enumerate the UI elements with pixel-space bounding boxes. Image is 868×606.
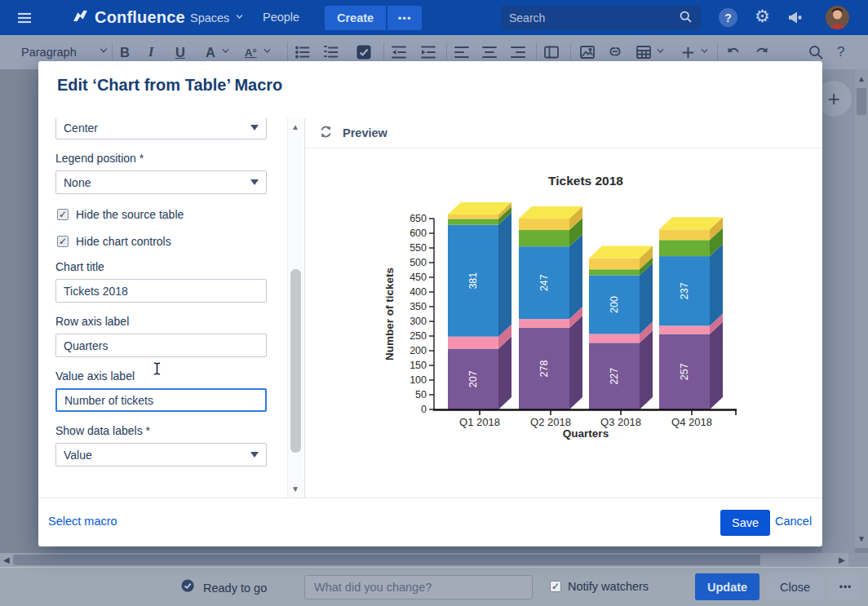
text-color-button[interactable]: A: [206, 45, 215, 60]
draft-status: Ready to go: [181, 579, 267, 596]
horizontal-scroll-thumb[interactable]: [13, 555, 760, 565]
select-macro-link[interactable]: Select macro: [48, 515, 117, 528]
brand-name: Confluence: [95, 8, 185, 27]
bold-button[interactable]: B: [120, 45, 130, 60]
nav-spaces[interactable]: Spaces: [190, 11, 245, 25]
alignment-select[interactable]: Center: [55, 118, 267, 139]
chevron-down-icon: [234, 11, 245, 25]
svg-text:350: 350: [410, 301, 427, 312]
notify-watchers-checkbox[interactable]: ✓: [550, 581, 561, 592]
svg-text:600: 600: [410, 228, 427, 239]
toolbar-separator: [717, 42, 718, 62]
editor-status-bar: Ready to go ✓ Notify watchers Update Clo…: [0, 567, 868, 606]
chart-title-input-wrap: [55, 279, 267, 303]
svg-text:237: 237: [679, 282, 690, 299]
svg-text:550: 550: [410, 242, 427, 254]
hide-source-table-checkbox[interactable]: ✓: [57, 209, 69, 220]
user-avatar[interactable]: [826, 6, 849, 29]
svg-text:Q3 2018: Q3 2018: [600, 416, 641, 428]
search-icon: [679, 10, 693, 27]
create-button[interactable]: Create: [325, 6, 386, 30]
update-button[interactable]: Update: [695, 573, 760, 600]
help-button[interactable]: ?: [719, 8, 737, 27]
toolbar-separator: [383, 42, 384, 62]
toolbar-separator: [112, 42, 113, 62]
chart-title-input[interactable]: [64, 285, 259, 298]
show-data-labels-label: Show data labels *: [55, 424, 287, 437]
svg-text:200: 200: [609, 296, 620, 313]
select-arrow-icon: [250, 125, 259, 130]
vertical-scroll-thumb[interactable]: [857, 88, 866, 115]
scroll-up-icon[interactable]: ▲: [857, 74, 866, 83]
form-scrollbar[interactable]: ▲ ▼: [287, 118, 303, 498]
scroll-left-icon[interactable]: ◀: [3, 555, 10, 564]
hide-chart-controls-row: ✓ Hide chart controls: [57, 235, 287, 248]
chart-preview: Tickets 2018Number of ticketsQuarters050…: [306, 118, 822, 498]
toolbar-item[interactable]: ?: [837, 35, 844, 69]
select-arrow-icon: [250, 452, 259, 458]
create-button-group: Create •••: [325, 6, 422, 30]
svg-text:300: 300: [410, 316, 427, 327]
scroll-up-icon[interactable]: ▲: [291, 122, 299, 131]
cancel-link[interactable]: Cancel: [775, 515, 812, 528]
italic-button[interactable]: I: [148, 44, 153, 60]
form-scroll-thumb[interactable]: [290, 269, 301, 453]
paragraph-style-select[interactable]: Paragraph: [21, 46, 77, 59]
search-placeholder: Search: [509, 11, 679, 24]
svg-text:500: 500: [410, 257, 427, 268]
svg-text:100: 100: [410, 374, 427, 386]
dialog-body: Center Legend position * None ✓ Hide the…: [38, 118, 822, 498]
svg-text:381: 381: [467, 272, 479, 290]
svg-text:650: 650: [410, 213, 427, 224]
svg-text:400: 400: [410, 286, 427, 298]
show-data-labels-select[interactable]: Value: [55, 443, 267, 467]
page-vertical-scrollbar[interactable]: ▲ ▼: [855, 69, 868, 548]
svg-text:Q4 2018: Q4 2018: [671, 416, 712, 428]
confluence-logo[interactable]: Confluence: [72, 7, 185, 28]
version-comment-input[interactable]: [304, 575, 533, 599]
macro-parameters-form: Center Legend position * None ✓ Hide the…: [38, 118, 287, 498]
value-axis-input[interactable]: [64, 394, 258, 407]
scroll-right-icon[interactable]: ▶: [839, 555, 845, 564]
nav-people[interactable]: People: [263, 11, 299, 24]
highlight-color-button[interactable]: A°: [245, 46, 257, 59]
select-arrow-icon: [250, 179, 259, 185]
svg-text:250: 250: [410, 330, 427, 342]
hamburger-menu-icon[interactable]: [16, 10, 33, 29]
macro-preview-panel: Preview Tickets 2018Number of ticketsQua…: [304, 118, 822, 498]
row-axis-input[interactable]: [64, 339, 259, 352]
toolbar-separator: [570, 42, 571, 62]
svg-text:227: 227: [609, 368, 620, 385]
page-horizontal-scrollbar[interactable]: ◀ ▶: [0, 553, 868, 567]
svg-text:50: 50: [415, 389, 427, 400]
more-options-button[interactable]: •••: [830, 573, 861, 600]
save-button[interactable]: Save: [720, 510, 770, 536]
svg-text:Q2 2018: Q2 2018: [530, 416, 571, 428]
scrollbar-corner: [848, 553, 868, 567]
hide-chart-controls-checkbox[interactable]: ✓: [57, 236, 69, 247]
scroll-down-icon[interactable]: ▼: [291, 484, 299, 493]
toolbar-separator: [446, 42, 447, 62]
legend-position-label: Legend position *: [55, 152, 287, 165]
svg-text:0: 0: [421, 404, 427, 415]
confluence-logo-icon: [72, 7, 89, 28]
toolbar-separator: [287, 42, 288, 62]
legend-position-select[interactable]: None: [55, 170, 267, 194]
create-more-button[interactable]: •••: [388, 6, 422, 30]
svg-text:Quarters: Quarters: [563, 427, 609, 440]
settings-gear-icon[interactable]: ⚙: [755, 7, 770, 26]
check-circle-icon: [181, 579, 196, 596]
scroll-down-icon[interactable]: ▼: [857, 534, 866, 543]
editor-help-button[interactable]: ?: [837, 44, 844, 60]
announcements-icon[interactable]: [787, 9, 804, 29]
value-axis-input-wrap: [55, 388, 267, 412]
close-button[interactable]: Close: [766, 573, 824, 600]
page-background-right: [822, 69, 855, 553]
top-navigation: Confluence Spaces People Create ••• Sear…: [0, 0, 868, 35]
confluence-app: Confluence Spaces People Create ••• Sear…: [0, 0, 868, 606]
svg-text:Number of tickets: Number of tickets: [383, 268, 396, 361]
svg-text:247: 247: [538, 274, 550, 291]
global-search[interactable]: Search: [501, 6, 701, 30]
row-axis-label: Row axis label: [55, 315, 287, 328]
underline-button[interactable]: U: [175, 45, 185, 60]
